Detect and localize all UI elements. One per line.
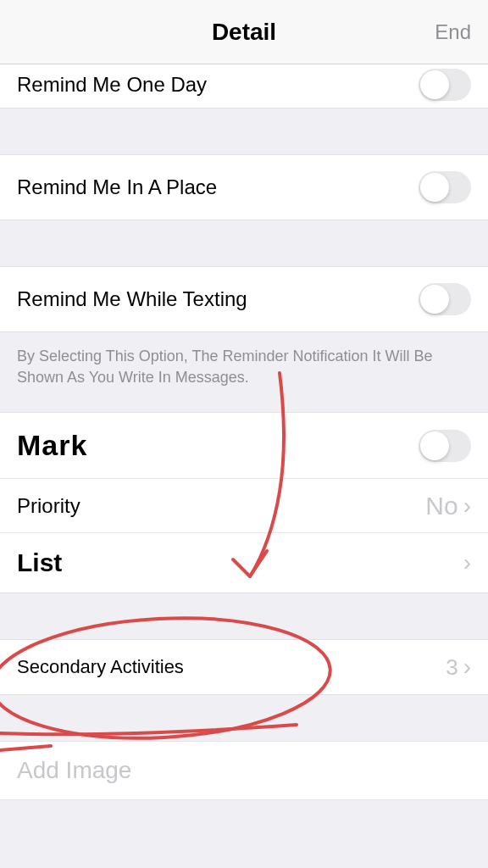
priority-row[interactable]: Priority No › [0, 479, 488, 533]
remind-one-day-row: Remind Me One Day [0, 61, 488, 108]
remind-while-texting-toggle[interactable] [419, 283, 471, 315]
add-image-label: Add Image [17, 757, 131, 784]
list-label: List [17, 548, 463, 577]
toggle-knob [420, 173, 449, 202]
end-button[interactable]: End [435, 20, 471, 44]
add-image-row[interactable]: Add Image [0, 741, 488, 800]
mark-toggle[interactable] [419, 430, 471, 462]
secondary-activities-row[interactable]: Secondary Activities 3 › [0, 639, 488, 695]
settings-group: Mark Priority No › List › [0, 412, 488, 593]
remind-while-texting-row: Remind Me While Texting [0, 266, 488, 332]
list-row[interactable]: List › [0, 533, 488, 593]
remind-one-day-toggle[interactable] [419, 69, 471, 101]
chevron-right-icon: › [463, 654, 471, 681]
chevron-right-icon: › [463, 549, 471, 576]
chevron-right-icon: › [463, 492, 471, 520]
remind-while-texting-label: Remind Me While Texting [17, 287, 419, 311]
texting-helper-text: By Selecting This Option, The Reminder N… [0, 332, 488, 412]
toggle-knob [420, 70, 449, 99]
remind-in-place-row: Remind Me In A Place [0, 154, 488, 220]
toggle-knob [420, 431, 449, 460]
toggle-knob [420, 285, 449, 314]
priority-value: No [425, 492, 458, 520]
remind-in-place-toggle[interactable] [419, 171, 471, 203]
mark-label: Mark [17, 429, 419, 462]
header-bar: Detail End [0, 0, 488, 64]
remind-one-day-label: Remind Me One Day [17, 73, 419, 97]
secondary-activities-label: Secondary Activities [17, 656, 446, 678]
priority-label: Priority [17, 494, 425, 518]
page-title: Detail [212, 19, 276, 46]
secondary-activities-value: 3 [446, 654, 458, 681]
remind-in-place-label: Remind Me In A Place [17, 175, 419, 199]
mark-row: Mark [0, 413, 488, 479]
